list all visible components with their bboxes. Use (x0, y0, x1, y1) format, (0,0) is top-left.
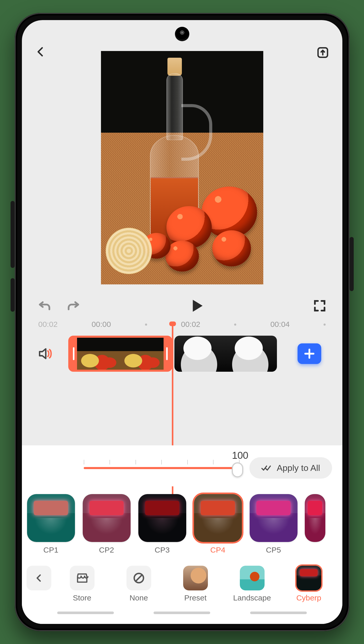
filter-strip[interactable]: CP1 CP2 CP3 CP4 CP5 (22, 486, 342, 560)
trim-handle-left[interactable] (70, 338, 77, 370)
time-ruler: 00:02 00:00 00:02 00:04 (22, 317, 342, 329)
filter-item-cp4[interactable]: CP4 (193, 494, 242, 554)
category-label: Cyberp (296, 594, 321, 602)
filter-label: CP4 (210, 546, 225, 554)
filter-label: CP5 (266, 546, 281, 554)
device-frame: 00:02 00:00 00:02 00:04 (15, 13, 350, 631)
intensity-value: 100 (232, 450, 248, 461)
filter-category-bar[interactable]: Store None Preset Landscape Cyberp (22, 560, 342, 610)
intensity-panel: 100 Apply to All (22, 445, 342, 486)
timeline[interactable] (22, 332, 342, 376)
video-preview-area (22, 51, 342, 284)
timeline-clip-selected[interactable] (68, 336, 172, 372)
play-button[interactable] (188, 297, 206, 315)
trim-handle-right[interactable] (164, 338, 170, 370)
category-none[interactable]: None (113, 566, 165, 602)
phone-side-button (11, 278, 15, 312)
system-nav-indicator (22, 610, 342, 624)
category-landscape[interactable]: Landscape (226, 566, 278, 602)
filter-item-cp5[interactable]: CP5 (249, 494, 298, 554)
time-marker: 00:04 (270, 320, 290, 329)
apply-to-all-label: Apply to All (277, 463, 320, 473)
camera-cutout (175, 27, 189, 41)
category-preset[interactable]: Preset (170, 566, 221, 602)
none-icon (126, 566, 151, 590)
current-time-label: 00:02 (38, 320, 58, 329)
store-icon (70, 566, 95, 590)
time-marker: 00:00 (92, 320, 111, 329)
filter-label: CP1 (43, 546, 58, 554)
category-back-button[interactable] (27, 566, 51, 590)
time-marker: 00:02 (181, 320, 200, 329)
category-label: Preset (184, 594, 207, 602)
filter-item-cp1[interactable]: CP1 (27, 494, 75, 554)
timeline-clip[interactable] (174, 336, 277, 372)
add-clip-button[interactable] (298, 343, 321, 364)
time-tick (324, 324, 326, 326)
category-store[interactable]: Store (56, 566, 108, 602)
redo-button[interactable] (66, 299, 81, 313)
phone-power-button (350, 237, 354, 291)
category-label: Landscape (233, 594, 271, 602)
video-preview[interactable] (101, 51, 263, 284)
filter-label: CP2 (99, 546, 114, 554)
playback-controls (22, 294, 342, 317)
filter-item-next[interactable] (305, 494, 325, 554)
cyberpunk-thumbnail (297, 566, 321, 590)
time-tick (234, 324, 236, 326)
fullscreen-button[interactable] (312, 299, 327, 313)
intensity-slider[interactable]: 100 (84, 460, 240, 476)
filter-item-cp2[interactable]: CP2 (82, 494, 131, 554)
audio-button[interactable] (37, 345, 53, 362)
undo-button[interactable] (37, 299, 52, 313)
filter-label: CP3 (155, 546, 170, 554)
apply-to-all-button[interactable]: Apply to All (249, 457, 332, 479)
category-label: Store (73, 594, 91, 602)
phone-volume-button (11, 201, 15, 268)
category-label: None (130, 594, 148, 602)
landscape-thumbnail (240, 566, 265, 590)
intensity-slider-thumb[interactable] (232, 462, 243, 477)
time-tick (145, 324, 147, 326)
preset-thumbnail (183, 566, 208, 590)
filter-item-cp3[interactable]: CP3 (138, 494, 187, 554)
category-cyberpunk[interactable]: Cyberp (283, 566, 335, 602)
app-screen: 00:02 00:00 00:02 00:04 (22, 20, 342, 624)
